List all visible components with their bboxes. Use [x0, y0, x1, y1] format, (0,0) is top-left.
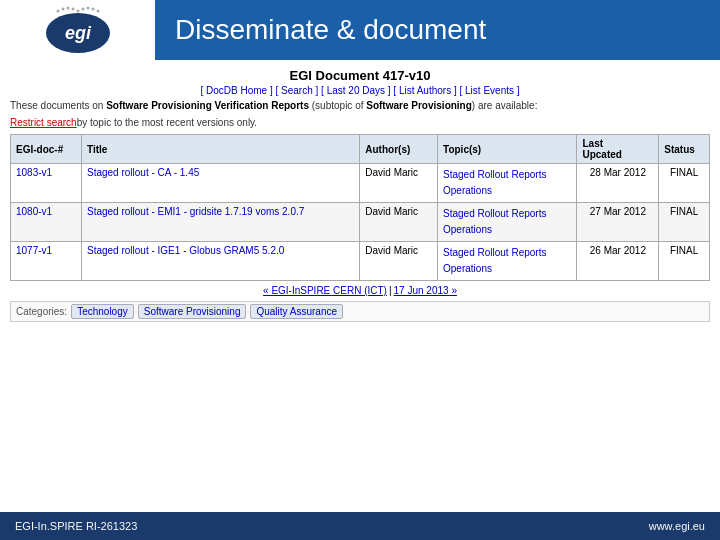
cell-date: 26 Mar 2012	[577, 242, 659, 281]
cell-topic: Staged Rollout ReportsOperations	[438, 203, 577, 242]
restrict-search-link[interactable]: Restrict search	[10, 117, 77, 128]
topic-link[interactable]: Staged Rollout Reports	[443, 247, 546, 258]
header: egi Disseminate & document	[0, 0, 720, 60]
footer: EGI-In.SPIRE RI-261323 www.egi.eu	[0, 512, 720, 540]
col-header-last-updated: LastUpcated	[577, 135, 659, 164]
svg-point-6	[86, 6, 89, 9]
category-technology[interactable]: Technology	[71, 304, 134, 319]
doc-title-link[interactable]: Staged rollout - CA - 1.45	[87, 167, 199, 178]
topic-link[interactable]: Staged Rollout Reports	[443, 208, 546, 219]
software-provisioning-link[interactable]: Software Provisioning	[366, 100, 472, 111]
software-provisioning-verification-link[interactable]: Software Provisioning Verification Repor…	[106, 100, 309, 111]
table-row: 1083-v1Staged rollout - CA - 1.45David M…	[11, 164, 710, 203]
cell-date: 27 Mar 2012	[577, 203, 659, 242]
col-header-doc-id: EGI-doc-#	[11, 135, 82, 164]
col-header-authors: Author(s)	[360, 135, 438, 164]
categories-bar: Categories: Technology Software Provisio…	[10, 301, 710, 322]
table-row: 1077-v1Staged rollout - IGE1 - Globus GR…	[11, 242, 710, 281]
topic-link[interactable]: Staged Rollout Reports	[443, 169, 546, 180]
cell-doc-id: 1080-v1	[11, 203, 82, 242]
pagination-link-2[interactable]: 17 Jun 2013 »	[394, 285, 457, 296]
col-header-status: Status	[659, 135, 710, 164]
category-software-provisioning[interactable]: Software Provisioning	[138, 304, 247, 319]
description: These documents on Software Provisioning…	[10, 99, 710, 113]
svg-point-8	[96, 9, 99, 12]
description-mid: (subtopic of	[309, 100, 366, 111]
pagination-separator: |	[389, 285, 392, 296]
doc-title-link[interactable]: Staged rollout - EMI1 - gridsite 1.7.19 …	[87, 206, 304, 217]
category-quality-assurance[interactable]: Quality Assurance	[250, 304, 343, 319]
cell-topic: Staged Rollout ReportsOperations	[438, 242, 577, 281]
restrict-search-text: by topic to the most recent versions onl…	[77, 117, 257, 128]
cell-title: Staged rollout - CA - 1.45	[81, 164, 359, 203]
col-header-title: Title	[81, 135, 359, 164]
svg-point-7	[91, 7, 94, 10]
cell-author: David Maric	[360, 203, 438, 242]
pagination-link[interactable]: « EGI-InSPIRE CERN (ICT)	[263, 285, 387, 296]
cell-doc-id: 1083-v1	[11, 164, 82, 203]
doc-id-link[interactable]: 1077-v1	[16, 245, 52, 256]
cell-title: Staged rollout - EMI1 - gridsite 1.7.19 …	[81, 203, 359, 242]
restrict-search-row: Restrict search by topic to the most rec…	[10, 117, 710, 128]
categories-label: Categories:	[16, 306, 67, 317]
cell-author: David Maric	[360, 242, 438, 281]
documents-table: EGI-doc-# Title Author(s) Topic(s) LastU…	[10, 134, 710, 281]
cell-author: David Maric	[360, 164, 438, 203]
cell-status: FINAL	[659, 203, 710, 242]
content-area: EGI Document 417-v10 [ DocDB Home ] [ Se…	[0, 60, 720, 326]
breadcrumb-authors-link[interactable]: [ List Authors ]	[393, 85, 456, 96]
footer-left: EGI-In.SPIRE RI-261323	[15, 520, 137, 532]
cell-date: 28 Mar 2012	[577, 164, 659, 203]
svg-point-4	[76, 9, 79, 12]
cell-status: FINAL	[659, 164, 710, 203]
topic-link[interactable]: Operations	[443, 185, 492, 196]
page-title: Disseminate & document	[175, 14, 486, 46]
cell-doc-id: 1077-v1	[11, 242, 82, 281]
table-row: 1080-v1Staged rollout - EMI1 - gridsite …	[11, 203, 710, 242]
breadcrumb-search-link[interactable]: [ Search ]	[275, 85, 318, 96]
footer-right: www.egi.eu	[649, 520, 705, 532]
doc-id-link[interactable]: 1083-v1	[16, 167, 52, 178]
svg-point-5	[81, 7, 84, 10]
svg-text:egi: egi	[64, 23, 91, 43]
cell-status: FINAL	[659, 242, 710, 281]
doc-id-link[interactable]: 1080-v1	[16, 206, 52, 217]
document-title: EGI Document 417-v10	[10, 68, 710, 83]
col-header-topics: Topic(s)	[438, 135, 577, 164]
breadcrumb-home-link[interactable]: [ DocDB Home ]	[200, 85, 272, 96]
topic-link[interactable]: Operations	[443, 263, 492, 274]
breadcrumb: [ DocDB Home ] [ Search ] [ Last 20 Days…	[10, 85, 710, 96]
cell-topic: Staged Rollout ReportsOperations	[438, 164, 577, 203]
doc-title-link[interactable]: Staged rollout - IGE1 - Globus GRAM5 5.2…	[87, 245, 284, 256]
description-suffix: ) are available:	[472, 100, 538, 111]
svg-point-0	[56, 9, 59, 12]
svg-point-3	[71, 7, 74, 10]
table-header-row: EGI-doc-# Title Author(s) Topic(s) LastU…	[11, 135, 710, 164]
egi-logo: egi	[38, 5, 118, 55]
pagination-area: « EGI-InSPIRE CERN (ICT) | 17 Jun 2013 »	[10, 285, 710, 296]
title-area: Disseminate & document	[155, 0, 720, 60]
logo-area: egi	[0, 0, 155, 60]
breadcrumb-events-link[interactable]: [ List Events ]	[460, 85, 520, 96]
svg-point-1	[61, 7, 64, 10]
topic-link[interactable]: Operations	[443, 224, 492, 235]
cell-title: Staged rollout - IGE1 - Globus GRAM5 5.2…	[81, 242, 359, 281]
breadcrumb-last20-link[interactable]: [ Last 20 Days ]	[321, 85, 390, 96]
description-prefix: These documents on	[10, 100, 106, 111]
svg-point-2	[66, 6, 69, 9]
